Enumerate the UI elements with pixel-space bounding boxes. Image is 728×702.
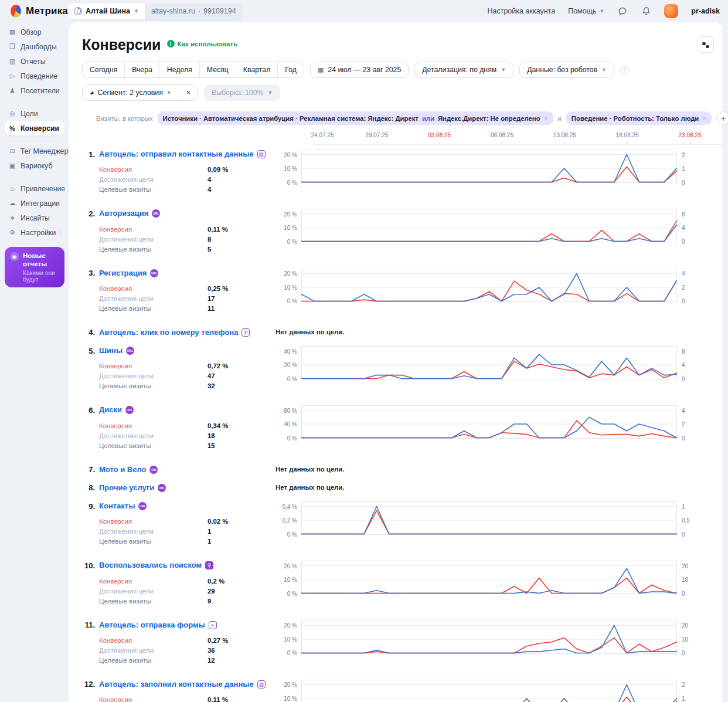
goal-name-link[interactable]: Шины (99, 346, 123, 355)
segment-dropdown[interactable]: ◕ Сегмент: 2 условия ▼ (83, 85, 179, 100)
stat-value-achievements: 47 (207, 371, 215, 381)
account-settings-link[interactable]: Настройка аккаунта (487, 7, 555, 15)
y-axis-label-right: 0 (682, 590, 685, 596)
goal-name-link[interactable]: Мото и Вело (99, 465, 146, 474)
period-button[interactable]: Квартал (236, 62, 277, 77)
user-login[interactable]: pr-adisk (691, 7, 720, 15)
phone-goal-badge-icon: ✆ (241, 328, 250, 337)
stat-label-conversion: Конверсия (99, 284, 207, 294)
sidebar-item-insights[interactable]: ∗Инсайты (5, 211, 64, 225)
widgets-toggle-button[interactable] (698, 36, 714, 53)
sidebar-item-label: Цели (21, 110, 38, 118)
stat-value-achievements: 36 (207, 646, 215, 656)
data-mode-dropdown[interactable]: Данные: без роботов ▼ (519, 62, 614, 78)
chat-icon[interactable] (617, 6, 628, 16)
goal-number: 7. (82, 465, 95, 474)
goal-stats: Конверсия0,11 %Достижения цели5Целевые в… (99, 695, 275, 702)
y-axis-label-right: 20 (682, 562, 688, 569)
url-goal-badge-icon: URL (152, 209, 160, 218)
sidebar-item-dashboards[interactable]: ❒Дашборды (5, 39, 64, 54)
detail-dropdown[interactable]: Детализация: по дням ▼ (414, 62, 513, 78)
goal-name-link[interactable]: Диски (99, 405, 122, 415)
stat-label-conversion: Конверсия (99, 225, 207, 235)
sidebar-item-variocube[interactable]: ▣Вариокуб (5, 158, 64, 173)
date-range-button[interactable]: ▦ 24 июл — 23 авг 2025 (310, 62, 409, 78)
y-axis-label-right: 0,5 (682, 517, 690, 524)
counter-name-button[interactable]: Алтай Шина ▼ (68, 4, 145, 19)
goal-chart-area: 80 %40 %0 %420 (275, 405, 695, 439)
user-avatar[interactable] (664, 4, 678, 18)
y-axis-label-right: 4 (682, 362, 685, 368)
period-button[interactable]: Сегодня (83, 62, 124, 77)
notifications-bell-icon[interactable] (641, 6, 651, 16)
stat-label-target-visits: Целевые визиты (99, 185, 207, 195)
goal-name-link[interactable]: Автоцель: клик по номеру телефона (99, 328, 238, 337)
goal-stats: Конверсия0,72 %Достижения цели47Целевые … (99, 361, 275, 391)
condition-pill-behavior[interactable]: Поведение · Роботность: Только люди × (566, 111, 712, 125)
goal-name-link[interactable]: Автоцель: отправил контактные данные (99, 150, 254, 159)
goal-row: 3.РегистрацияURLКонверсия0,25 %Достижени… (69, 269, 722, 314)
stat-value-conversion: 0,72 % (207, 361, 228, 371)
goal-name-link[interactable]: Прочие услуги (99, 483, 154, 493)
goal-chart-area: 0,4 %0,2 %0 %10,50 (275, 501, 695, 535)
period-button[interactable]: Месяц (199, 62, 236, 77)
brand-name: Метрика (26, 5, 68, 17)
goal-chart-area: 20 %10 %0 %210 (275, 150, 695, 183)
how-to-use-link[interactable]: ! Как использовать (167, 40, 238, 48)
sampling-dropdown[interactable]: Выборка: 100% ▼ (204, 84, 280, 101)
sidebar-item-attraction[interactable]: ♨Привлечение (5, 181, 64, 196)
remove-condition-icon[interactable]: × (702, 114, 706, 123)
stat-value-achievements: 8 (207, 235, 211, 245)
segment-clear-button[interactable]: × (179, 85, 198, 100)
stat-value-target-visits: 4 (207, 185, 211, 195)
sidebar-item-goals[interactable]: ◎Цели (5, 106, 64, 121)
goal-name-link[interactable]: Воспользовались поиском (99, 561, 202, 570)
sidebar-item-settings[interactable]: ⚙Настройки (5, 225, 64, 240)
remove-condition-icon[interactable]: × (544, 114, 548, 123)
new-reports-button[interactable]: ◉Новые отчетыКакими они будут (5, 247, 64, 287)
goal-stats: Конверсия0,25 %Достижения цели17Целевые … (99, 284, 275, 314)
integrations-icon: ☁ (8, 199, 16, 207)
y-axis-label-left: 10 % (284, 284, 297, 290)
help-question-icon[interactable]: ? (620, 66, 629, 74)
new-reports-subtitle: Какими они будут (23, 270, 59, 283)
counter-domain-id[interactable]: altay-shina.ru · 99109194 (145, 4, 243, 19)
goal-row: 10.Воспользовались поиском⚲Конверсия0,2 … (69, 561, 722, 606)
sidebar-item-tag-manager[interactable]: ⊡Тег Менеджерβ (5, 144, 64, 158)
goal-name-link[interactable]: Автоцель: заполнил контактные данные (99, 680, 254, 689)
stat-value-target-visits: 5 (207, 245, 211, 255)
sidebar-item-label: Настройки (21, 229, 56, 237)
y-axis-label-left: 40 % (284, 421, 297, 428)
stat-label-conversion: Конверсия (99, 165, 207, 175)
period-button[interactable]: Год (277, 62, 304, 77)
goal-info: 2.АвторизацияURLКонверсия0,11 %Достижени… (69, 209, 275, 254)
add-condition-button[interactable]: + (716, 111, 728, 125)
grid-icon: ▦ (8, 28, 16, 36)
goal-info: 4.Автоцель: клик по номеру телефона✆ (69, 328, 275, 337)
goal-name-link[interactable]: Авторизация (99, 209, 148, 218)
sidebar-item-integrations[interactable]: ☁Интеграции (5, 196, 64, 211)
axis-date-label: 08.08.25 (491, 132, 513, 138)
goal-name-link[interactable]: Регистрация (99, 269, 147, 278)
period-button[interactable]: Вчера (124, 62, 159, 77)
goal-name-link[interactable]: Контакты (99, 501, 135, 511)
stat-label-achievements: Достижения цели (99, 235, 207, 245)
goal-chart-area: 20 %10 %0 %20100 (275, 620, 695, 654)
no-data-message: Нет данных по цели. (275, 328, 344, 335)
sidebar-item-behavior[interactable]: ▷Поведение (5, 69, 64, 83)
condition-pill-sources[interactable]: Источники · Автоматическая атрибуция · Р… (158, 111, 553, 125)
period-button[interactable]: Неделя (159, 62, 199, 77)
stat-label-conversion: Конверсия (99, 695, 207, 702)
variocube-icon: ▣ (8, 162, 16, 169)
goal-info: 3.РегистрацияURLКонверсия0,25 %Достижени… (69, 269, 275, 314)
sidebar-item-visitors[interactable]: ♟Посетители (5, 83, 64, 98)
counter-name: Алтай Шина (86, 7, 130, 15)
metrika-logo[interactable]: Метрика (11, 5, 68, 18)
sidebar-item-conversions[interactable]: %Конверсии (5, 121, 64, 135)
sidebar-item-grid[interactable]: ▦Обзор (5, 25, 64, 39)
y-axis-label-right: 2 (682, 151, 685, 158)
sidebar-item-reports[interactable]: ▥Отчеты (5, 54, 64, 69)
goal-name-link[interactable]: Автоцель: отправка формы (99, 620, 205, 630)
settings-toggle-dot[interactable] (60, 229, 61, 236)
help-menu[interactable]: Помощь ▼ (568, 7, 604, 15)
